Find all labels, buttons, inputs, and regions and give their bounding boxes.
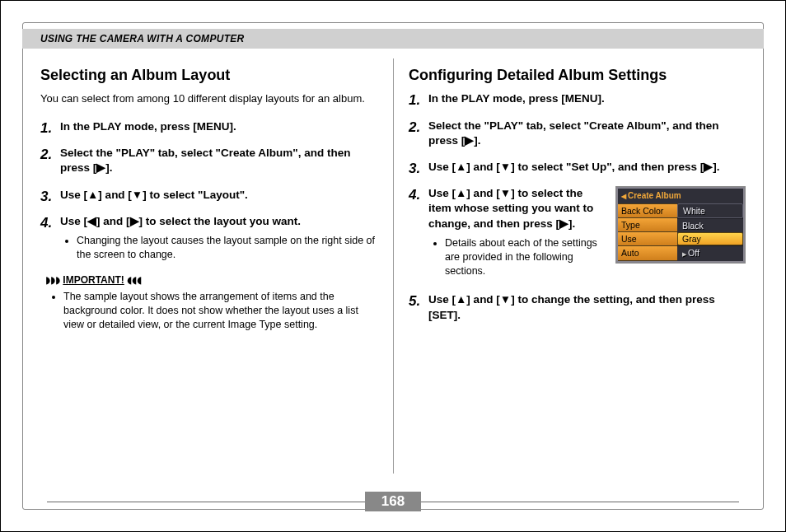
step-item: In the PLAY mode, press [MENU]. [409,91,746,106]
manual-page: USING THE CAMERA WITH A COMPUTER Selecti… [0,0,786,532]
lcd-right-option-selected: Gray [677,232,743,245]
lcd-left-item: Back Color [618,203,677,217]
step-item: In the PLAY mode, press [MENU]. [40,119,377,134]
step-text: Select the "PLAY" tab, select "Create Al… [428,119,718,147]
step-text: In the PLAY mode, press [MENU]. [60,120,236,133]
lcd-left-item: Type [618,217,677,231]
step-item: Use [▲] and [▼] to select "Set Up", and … [409,160,746,175]
step-item: Use [▲] and [▼] to select "Layout". [40,188,377,203]
page-footer: 168 [1,492,785,511]
lcd-body: Back Color Type Use Auto White Black Gra… [618,203,743,261]
important-list: The sample layout shows the arrangement … [60,290,377,332]
lcd-left-item: Use [618,231,677,245]
page-number: 168 [365,492,421,511]
marker-left-icon: ◗◗◗ [45,274,63,286]
step-item: Select the "PLAY" tab, select "Create Al… [409,119,746,148]
important-block: ◗◗◗ IMPORTANT! ◖◖◖ [45,273,377,287]
right-steps: In the PLAY mode, press [MENU]. Select t… [409,91,746,323]
lcd-right-option: Black [677,218,743,232]
step-text: Use [▲] and [▼] to change the setting, a… [428,293,715,320]
step-item: Use [◀] and [▶] to select the layout you… [40,214,377,262]
section-title: USING THE CAMERA WITH A COMPUTER [40,33,245,44]
lcd-right-option: ▶Off [677,245,743,259]
step-item: Use [▲] and [▼] to select the item whose… [409,186,746,281]
step-text: In the PLAY mode, press [MENU]. [428,92,605,105]
step-subitem: Details about each of the settings are p… [445,236,604,278]
left-steps: In the PLAY mode, press [MENU]. Select t… [40,119,377,262]
left-column: Selecting an Album Layout You can select… [40,58,377,474]
right-title: Configuring Detailed Album Settings [409,65,746,85]
step-text: Use [▲] and [▼] to select "Layout". [60,189,248,201]
camera-lcd-screenshot: Create Album Back Color Type Use Auto [615,186,746,263]
lcd-right-option: White [677,203,743,218]
step-sublist: Changing the layout causes the layout sa… [73,234,377,262]
lcd-menu-right: White Black Gray ▶Off [677,203,743,261]
lcd-title: Create Album [618,189,743,203]
important-label: IMPORTANT! [63,274,124,286]
columns: Selecting an Album Layout You can select… [40,58,746,474]
arrow-right-icon: ▶ [682,251,686,257]
important-item: The sample layout shows the arrangement … [63,290,377,332]
step-item: Select the "PLAY" tab, select "Create Al… [40,146,377,175]
step-item: Use [▲] and [▼] to change the setting, a… [409,292,746,322]
step-text: Select the "PLAY" tab, select "Create Al… [60,147,350,174]
lcd-menu-left: Back Color Type Use Auto [618,203,677,261]
left-title: Selecting an Album Layout [40,65,377,85]
step-text: Use [▲] and [▼] to select "Set Up", and … [428,161,720,173]
marker-right-icon: ◖◖◖ [124,274,142,286]
section-bar: USING THE CAMERA WITH A COMPUTER [22,29,764,49]
step-sublist: Details about each of the settings are p… [442,236,604,278]
step-text: Use [▲] and [▼] to select the item whose… [428,187,593,229]
right-column: Configuring Detailed Album Settings In t… [409,58,746,474]
step-text: Use [◀] and [▶] to select the layout you… [60,215,301,227]
lcd-left-item: Auto [618,245,677,260]
lcd-right-option-off-text: Off [688,248,699,258]
left-lead: You can select from among 10 different d… [40,91,377,106]
step-subitem: Changing the layout causes the layout sa… [77,234,377,262]
